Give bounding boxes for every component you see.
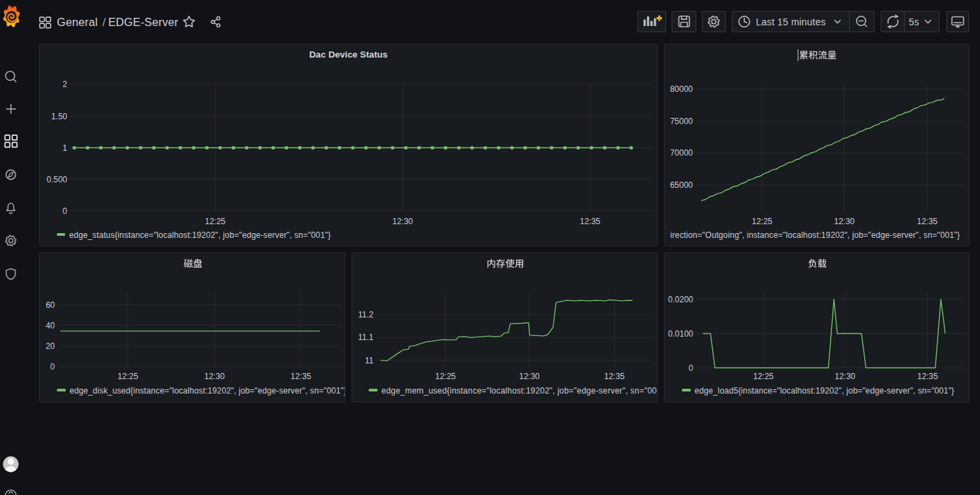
svg-text:0.500: 0.500: [47, 175, 67, 184]
svg-text:1.50: 1.50: [51, 112, 68, 121]
svg-text:12:25: 12:25: [752, 217, 772, 226]
svg-text:40: 40: [46, 321, 56, 330]
svg-text:0: 0: [50, 362, 55, 372]
svg-text:1: 1: [62, 143, 67, 153]
svg-text:12:25: 12:25: [753, 372, 774, 381]
svg-text:12:30: 12:30: [204, 372, 225, 381]
svg-text:12:30: 12:30: [834, 217, 855, 226]
svg-text:12:35: 12:35: [604, 372, 624, 381]
svg-text:12:35: 12:35: [580, 217, 600, 226]
svg-text:2: 2: [62, 80, 67, 89]
svg-text:60: 60: [46, 300, 56, 310]
svg-text:11.2: 11.2: [358, 310, 374, 319]
svg-text:12:30: 12:30: [392, 217, 413, 226]
svg-text:0: 0: [689, 363, 694, 373]
svg-text:12:30: 12:30: [519, 372, 539, 381]
svg-text:12:30: 12:30: [835, 372, 855, 381]
svg-text:75000: 75000: [670, 117, 694, 126]
svg-text:12:25: 12:25: [118, 372, 138, 381]
svg-text:0.0200: 0.0200: [668, 295, 694, 304]
svg-text:12:25: 12:25: [205, 217, 225, 226]
svg-text:12:35: 12:35: [291, 372, 311, 381]
svg-text:0.0100: 0.0100: [668, 329, 694, 339]
svg-text:11.1: 11.1: [358, 333, 374, 342]
svg-text:11: 11: [365, 356, 374, 365]
svg-text:70000: 70000: [670, 148, 694, 158]
svg-text:12:35: 12:35: [917, 217, 938, 226]
svg-text:12:25: 12:25: [435, 372, 456, 381]
svg-text:65000: 65000: [670, 180, 694, 190]
svg-text:0: 0: [62, 206, 67, 216]
svg-text:80000: 80000: [670, 84, 694, 94]
svg-text:12:35: 12:35: [918, 372, 938, 381]
svg-text:20: 20: [46, 341, 56, 351]
